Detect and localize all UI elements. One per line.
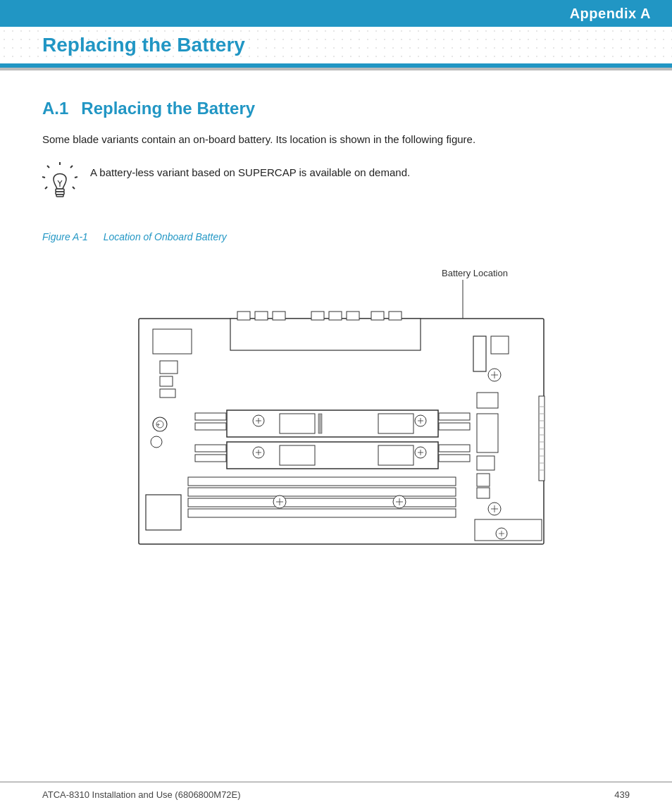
figure-caption-label: Figure A-1 [42,231,88,242]
svg-rect-60 [188,498,456,507]
svg-rect-21 [371,312,384,320]
svg-rect-58 [188,477,456,486]
svg-rect-61 [188,509,456,517]
svg-point-30 [151,436,162,448]
svg-line-6 [73,187,75,189]
svg-rect-48 [439,445,470,452]
diagram-container: Battery Location + [118,255,554,553]
battery-location-label: Battery Location [442,268,508,278]
svg-rect-19 [329,312,342,320]
section-heading: A.1Replacing the Battery [42,99,630,118]
appendix-label: Appendix A [570,6,651,22]
gray-separator [0,68,672,70]
svg-rect-35 [439,423,470,430]
svg-rect-47 [195,455,226,462]
svg-rect-68 [146,495,181,530]
section-number: A.1 [42,99,68,118]
svg-rect-9 [56,195,63,197]
svg-rect-38 [378,414,413,433]
svg-rect-22 [389,312,402,320]
svg-rect-51 [378,445,413,465]
footer-right: 439 [614,789,630,800]
svg-rect-20 [347,312,359,320]
svg-rect-16 [255,312,268,320]
svg-rect-32 [195,413,226,420]
svg-rect-24 [160,361,178,374]
note-area: A battery-less variant based on SUPERCAP… [42,161,630,210]
svg-rect-70 [491,336,509,354]
footer-left: ATCA-8310 Installation and Use (6806800M… [42,789,241,800]
svg-line-1 [47,166,49,168]
svg-line-5 [45,187,47,189]
svg-rect-49 [439,455,470,462]
main-content: A.1Replacing the Battery Some blade vari… [0,85,672,581]
svg-rect-79 [477,456,494,470]
svg-rect-25 [160,376,173,386]
svg-rect-37 [318,414,322,433]
note-text: A battery-less variant based on SUPERCAP… [90,161,410,181]
svg-rect-80 [477,474,490,486]
svg-rect-17 [273,312,285,320]
svg-rect-78 [477,414,498,452]
svg-rect-34 [439,413,470,420]
footer: ATCA-8310 Installation and Use (6806800M… [0,782,672,807]
svg-rect-69 [473,336,486,371]
lightbulb-icon [42,162,77,210]
svg-rect-15 [237,312,250,320]
svg-rect-86 [539,396,545,481]
svg-text:+: + [156,421,160,429]
svg-rect-50 [280,445,315,465]
svg-rect-82 [475,519,542,541]
svg-rect-36 [280,414,315,433]
svg-rect-18 [311,312,324,320]
svg-line-2 [70,166,73,168]
svg-rect-14 [230,319,421,350]
svg-rect-59 [188,488,456,496]
board-diagram: Battery Location + [118,255,554,551]
svg-rect-33 [195,423,226,430]
page-title: Replacing the Battery [42,34,245,56]
svg-rect-81 [477,488,490,498]
page-title-strip: Replacing the Battery [0,27,672,63]
body-paragraph-1: Some blade variants contain an on-board … [42,131,630,148]
svg-rect-77 [477,393,498,408]
svg-line-3 [42,177,45,178]
svg-rect-46 [195,445,226,452]
section-title: Replacing the Battery [81,99,255,118]
figure-caption-title: Location of Onboard Battery [104,231,227,242]
header-bar: Appendix A [0,0,672,27]
svg-line-4 [75,177,77,178]
svg-rect-23 [153,329,192,354]
figure-caption: Figure A-1 Location of Onboard Battery [42,231,630,242]
svg-rect-26 [160,389,175,398]
